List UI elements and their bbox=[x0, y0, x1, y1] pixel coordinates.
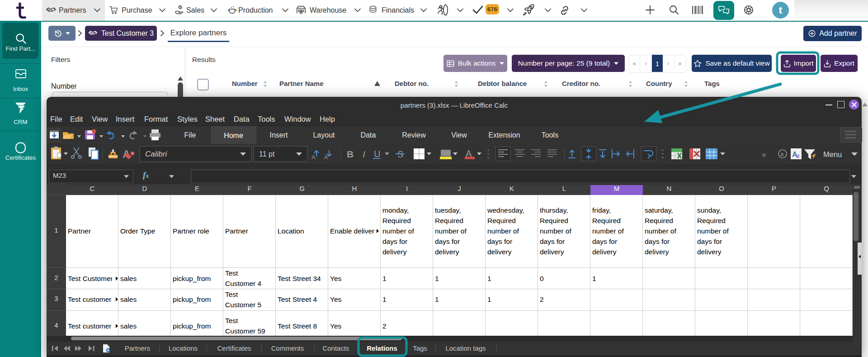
svg-text:a: a bbox=[780, 151, 784, 157]
svg-text:Menu: Menu bbox=[823, 150, 842, 158]
svg-text:z: z bbox=[797, 152, 800, 159]
svg-text:B: B bbox=[347, 149, 354, 159]
svg-text:11 pt: 11 pt bbox=[259, 150, 275, 158]
svg-text:A: A bbox=[311, 154, 316, 161]
svg-text:»: » bbox=[762, 150, 766, 159]
svg-text:U: U bbox=[374, 149, 380, 159]
svg-text:A: A bbox=[324, 154, 328, 161]
svg-text:I: I bbox=[363, 149, 365, 159]
svg-text:Calibri: Calibri bbox=[145, 150, 167, 158]
